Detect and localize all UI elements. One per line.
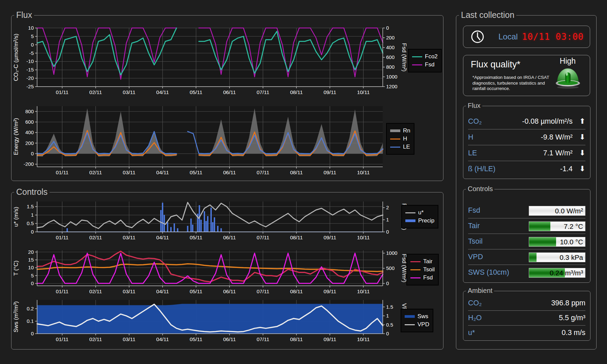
flux-quality-title: Flux quality*	[471, 59, 520, 70]
legend-item: Sws	[405, 313, 429, 320]
svg-text:1: 1	[31, 212, 34, 218]
progress-fill	[529, 237, 556, 246]
svg-text:400: 400	[25, 129, 34, 135]
svg-text:01/11: 01/11	[56, 235, 69, 240]
legend-label: Fsd	[425, 61, 434, 68]
svg-text:03/11: 03/11	[123, 89, 136, 95]
svg-text:05/11: 05/11	[190, 336, 203, 342]
metric-label: LE	[468, 149, 477, 157]
legend-label: Tsoil	[423, 266, 435, 273]
svg-text:0.1: 0.1	[27, 318, 34, 324]
metric-value: 5.5 g/m³	[559, 314, 585, 322]
trend-down-icon: ⬇	[573, 133, 585, 142]
svg-text:T (°C): T (°C)	[13, 261, 19, 276]
svg-text:10/11: 10/11	[357, 170, 370, 175]
svg-text:07/11: 07/11	[257, 235, 269, 240]
metric-value: 0.3 kPa	[559, 253, 583, 262]
legend-item: H	[390, 135, 410, 142]
svg-text:0: 0	[31, 42, 34, 48]
progress-bar: 10.0 °C	[529, 237, 585, 247]
svg-text:1: 1	[386, 313, 389, 318]
svg-text:08/11: 08/11	[290, 336, 303, 342]
legend-label: H	[403, 135, 407, 142]
svg-text:1: 1	[386, 217, 389, 222]
legend-label: Rn	[403, 127, 410, 134]
controls-row: Tair7.2 °C	[468, 218, 585, 234]
legend-item: Fsd	[410, 274, 435, 281]
svg-text:04/11: 04/11	[156, 235, 169, 240]
metric-label: VPD	[468, 253, 483, 261]
svg-text:02/11: 02/11	[89, 336, 102, 342]
controls-row: Fsd0.0 W/m²	[468, 203, 585, 218]
temp-fsd-legend: TairTsoilFsd	[406, 254, 439, 285]
svg-text:1.5: 1.5	[386, 304, 393, 310]
svg-text:Energy (W/m²): Energy (W/m²)	[13, 118, 19, 155]
flux-row: LE7.1 W/m²⬇	[468, 145, 585, 161]
svg-text:-200: -200	[24, 161, 34, 167]
metric-label: CO₂	[468, 117, 482, 126]
svg-text:-5: -5	[29, 50, 34, 56]
metric-value: 10.0 °C	[560, 237, 583, 246]
svg-text:09/11: 09/11	[323, 89, 336, 95]
svg-text:0: 0	[31, 280, 34, 286]
svg-text:Fsd (W/m²): Fsd (W/m²)	[401, 43, 407, 72]
svg-text:2: 2	[386, 205, 389, 210]
metric-value: 0.3 m/s	[562, 329, 586, 337]
legend-item: Rn	[390, 127, 410, 134]
svg-text:0.5: 0.5	[27, 220, 34, 226]
svg-text:600: 600	[386, 54, 395, 60]
progress-bar: 7.2 °C	[529, 221, 585, 231]
metric-value: -0.08 µmol/m²/s	[522, 117, 573, 126]
legend-swatch	[390, 147, 400, 148]
flux-values-box: Flux CO₂-0.08 µmol/m²/s⬆H-9.8 W/m²⬇LE7.1…	[463, 106, 590, 179]
svg-text:-20: -20	[26, 75, 34, 81]
svg-text:-10: -10	[26, 58, 34, 64]
legend-label: VPD	[417, 321, 429, 328]
controls-row: VPD0.3 kPa	[468, 249, 585, 265]
svg-text:1200: 1200	[386, 84, 397, 89]
trend-down-icon: ⬇	[573, 164, 585, 173]
svg-text:03/11: 03/11	[123, 235, 136, 240]
ambient-values-rows: CO₂396.8 ppmH₂O5.5 g/m³u*0.3 m/s	[468, 296, 585, 340]
progress-bar: 0.0 W/m²	[529, 206, 585, 216]
legend-swatch	[390, 139, 400, 140]
ambient-row: CO₂396.8 ppm	[468, 296, 585, 311]
metric-label: u*	[468, 329, 475, 337]
flux-row: H-9.8 W/m²⬇	[468, 129, 585, 145]
ambient-row: H₂O5.5 g/m³	[468, 311, 585, 326]
legend-swatch	[405, 324, 415, 325]
trend-up-icon: ⬆	[573, 117, 585, 126]
legend-label: LE	[403, 144, 410, 150]
last-collection-time: 10/11 03:00	[522, 32, 584, 42]
svg-text:1000: 1000	[386, 250, 397, 256]
svg-text:08/11: 08/11	[290, 235, 303, 240]
legend-label: Fsd	[423, 274, 433, 281]
metric-label: SWS (10cm)	[468, 268, 509, 277]
svg-text:5: 5	[31, 33, 34, 39]
svg-text:06/11: 06/11	[223, 170, 236, 175]
svg-text:-15: -15	[26, 67, 34, 72]
legend-item: Precip	[405, 217, 434, 224]
temp-fsd-chart-svg: 01/1102/1103/1104/1105/1106/1107/1108/11…	[11, 244, 443, 294]
legend-item: Tsoil	[410, 266, 435, 273]
svg-text:03/11: 03/11	[123, 336, 136, 342]
legend-swatch	[412, 64, 422, 65]
controls-values-box: Controls Fsd0.0 W/m²Tair7.2 °CTsoil10.0 …	[463, 189, 590, 283]
svg-text:10/11: 10/11	[357, 89, 370, 95]
svg-text:15: 15	[28, 257, 34, 263]
last-collection-title: Last collection	[459, 10, 516, 20]
flux-values-title: Flux	[466, 102, 482, 110]
dashboard: { "panels": { "flux": {"title": "Flux"},…	[0, 0, 607, 364]
svg-text:-25: -25	[26, 84, 34, 89]
legend-label: Sws	[417, 313, 428, 320]
metric-label: H	[468, 133, 473, 142]
co2-fsd-chart: 01/1102/1103/1104/1105/1106/1107/1108/11…	[11, 17, 443, 99]
metric-value: -9.8 W/m²	[541, 133, 573, 142]
svg-text:5: 5	[31, 273, 34, 278]
svg-text:02/11: 02/11	[89, 170, 102, 175]
legend-item: Tair	[410, 258, 435, 265]
svg-text:10/11: 10/11	[357, 336, 370, 342]
metric-value: 7.2 °C	[564, 222, 583, 231]
progress-bar: 0.3 kPa	[529, 252, 585, 262]
svg-text:01/11: 01/11	[56, 336, 69, 342]
